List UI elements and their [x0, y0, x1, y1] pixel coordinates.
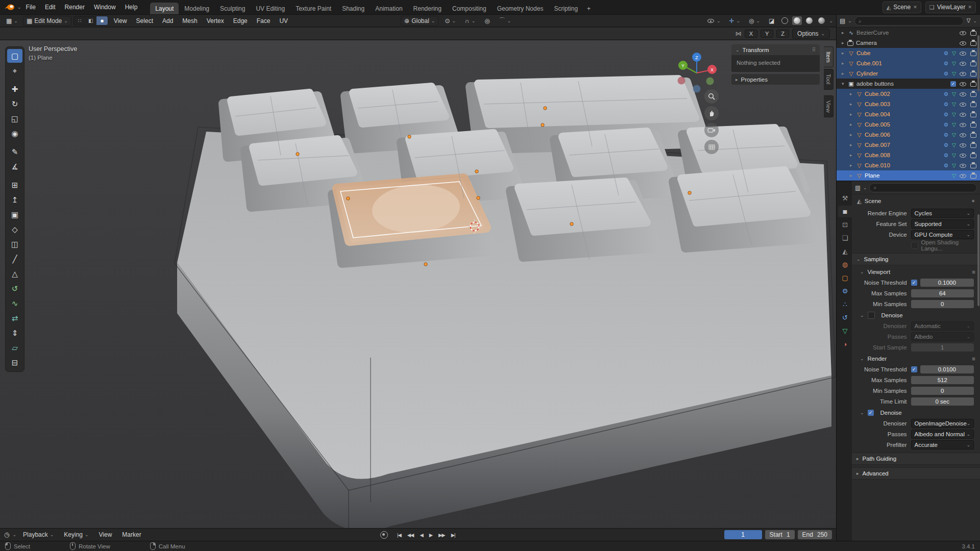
menu-mesh[interactable]: Mesh	[179, 16, 201, 26]
properties-editor-icon[interactable]: ▥	[855, 184, 861, 191]
tool-poly-build[interactable]: △	[7, 267, 22, 281]
transform-orientation-dropdown[interactable]: ⊕ Global ⌄	[401, 16, 438, 26]
workspace-tab-geometry-nodes[interactable]: Geometry Nodes	[492, 3, 549, 14]
outliner-search-input[interactable]: ⌕	[854, 16, 964, 26]
add-workspace-button[interactable]: +	[583, 3, 594, 14]
edge-select-mode-button[interactable]: ◧	[85, 16, 96, 25]
chevron-down-icon[interactable]: ⌄	[12, 532, 16, 537]
visibility-eye-icon[interactable]	[960, 91, 967, 97]
visibility-eye-icon[interactable]	[960, 111, 967, 117]
mirror-z-button[interactable]: Z	[776, 30, 789, 38]
shading-wireframe-button[interactable]	[780, 16, 790, 25]
tool-rotate[interactable]: ↻	[7, 97, 22, 111]
render-denoise-checkbox[interactable]: ✓	[868, 410, 874, 416]
tool-rip-region[interactable]: ⊟	[7, 356, 22, 369]
pan-button[interactable]	[704, 106, 719, 120]
render-visibility-camera-icon[interactable]	[970, 111, 977, 117]
tool-smooth[interactable]: ∿	[7, 296, 22, 310]
workspace-tab-shading[interactable]: Shading	[337, 3, 370, 14]
mesh-data-icon[interactable]: ▽	[952, 152, 956, 158]
workspace-tab-layout[interactable]: Layout	[150, 3, 179, 14]
snap-toggle[interactable]: ∩ ⌄	[462, 16, 478, 26]
osl-checkbox[interactable]	[911, 242, 918, 249]
visibility-eye-icon[interactable]	[960, 172, 967, 179]
disclosure-triangle[interactable]: ▸	[850, 173, 855, 178]
options-dropdown[interactable]: Options ⌄	[792, 29, 830, 39]
tool-cursor[interactable]: ⌖	[7, 64, 22, 78]
disclosure-triangle[interactable]: ▸	[842, 30, 847, 35]
shading-options-chevron[interactable]: ⌄	[829, 18, 833, 23]
render-engine-dropdown[interactable]: Cycles⌄	[911, 209, 974, 218]
visibility-eye-icon[interactable]	[960, 40, 967, 46]
jump-to-end-button[interactable]: ▶|	[449, 531, 457, 539]
mesh-data-icon[interactable]: ▽	[952, 162, 956, 168]
visibility-eye-icon[interactable]	[960, 30, 967, 36]
tool-loop-cut[interactable]: ◫	[7, 237, 22, 251]
render-visibility-camera-icon[interactable]	[970, 70, 977, 77]
modifier-icon[interactable]: ⚙	[944, 91, 948, 97]
outliner-row-cylinder[interactable]: ▸ ▽ Cylinder ⚙▽	[837, 68, 980, 79]
mesh-data-icon[interactable]: ▽	[952, 70, 956, 77]
disclosure-triangle[interactable]: ▸	[842, 40, 847, 45]
tool-add-cube[interactable]: ⊞	[7, 178, 22, 192]
mesh-data-icon[interactable]: ▽	[952, 111, 956, 117]
tool-bevel[interactable]: ◇	[7, 222, 22, 236]
outliner-row-collection-adobe-buttons[interactable]: ▾ ▣ adobe buttons ✓	[837, 79, 980, 89]
modifier-icon[interactable]: ⚙	[944, 50, 948, 56]
start-sample-field[interactable]: 1	[911, 343, 974, 352]
view-menu[interactable]: View	[95, 530, 116, 539]
outliner-row-cube010[interactable]: ▸ ▽ Cube.010 ⚙▽	[837, 160, 980, 170]
visibility-eye-icon[interactable]	[960, 50, 967, 56]
orthographic-toggle-button[interactable]	[704, 140, 719, 154]
pivot-point-dropdown[interactable]: ⊙ ⌄	[442, 16, 459, 26]
render-visibility-camera-icon[interactable]	[970, 152, 977, 158]
current-frame-field[interactable]: 1	[724, 530, 762, 539]
modifier-icon[interactable]: ⚙	[944, 60, 948, 66]
play-reverse-button[interactable]: ◀	[418, 531, 425, 539]
workspace-tab-compositing[interactable]: Compositing	[447, 3, 492, 14]
tab-material-properties[interactable]: ◑	[838, 338, 852, 350]
outliner-row-beziercurve[interactable]: ▸ ∿ BezierCurve	[837, 28, 980, 38]
mode-dropdown[interactable]: ▦ Edit Mode ⌄	[23, 16, 71, 26]
viewport-noise-threshold-field[interactable]: 0.1000	[920, 279, 974, 287]
3d-viewport[interactable]: User Perspective (1) Plane ▢ ⌖ ✚ ↻ ◱ ◉ ✎…	[0, 40, 836, 528]
tab-item[interactable]: Item	[824, 46, 834, 67]
viewport-min-samples-field[interactable]: 0	[911, 300, 974, 308]
previous-keyframe-button[interactable]: ◀◀	[405, 531, 416, 539]
presets-icon[interactable]: ≡	[972, 356, 975, 362]
mesh-data-icon[interactable]: ▽	[952, 172, 956, 179]
visibility-eye-icon[interactable]	[960, 152, 967, 158]
disclosure-triangle[interactable]: ▸	[850, 91, 855, 96]
render-noise-threshold-field[interactable]: 0.0100	[920, 365, 974, 373]
shading-material-button[interactable]	[804, 16, 814, 25]
tool-inset-faces[interactable]: ▣	[7, 208, 22, 221]
render-visibility-camera-icon[interactable]	[970, 91, 977, 97]
path-guiding-section-header[interactable]: ▸ Path Guiding	[852, 453, 980, 465]
tool-scale[interactable]: ◱	[7, 112, 22, 126]
view-layer-selector[interactable]: ❏ ViewLayer ✕	[925, 2, 976, 13]
unlink-scene-icon[interactable]: ✕	[913, 5, 917, 10]
xray-toggle[interactable]: ◪	[766, 16, 777, 26]
visibility-eye-icon[interactable]	[960, 60, 967, 66]
tool-spin[interactable]: ↺	[7, 282, 22, 295]
modifier-icon[interactable]: ⚙	[944, 101, 948, 107]
viewport-subsection-header[interactable]: ⌄ Viewport ≡	[852, 267, 980, 277]
outliner-row-cube007[interactable]: ▸ ▽ Cube.007 ⚙▽	[837, 140, 980, 150]
outliner-row-plane[interactable]: ▸ ▽ Plane ▽	[837, 170, 980, 181]
menu-face[interactable]: Face	[253, 16, 274, 26]
mesh-data-icon[interactable]: ▽	[952, 60, 956, 66]
modifier-icon[interactable]: ⚙	[944, 111, 948, 117]
viewport-max-samples-field[interactable]: 64	[911, 289, 974, 297]
disclosure-triangle[interactable]: ▾	[842, 81, 847, 86]
tab-particle-properties[interactable]: ∴	[838, 298, 852, 310]
render-visibility-camera-icon[interactable]	[970, 142, 977, 148]
chevron-down-icon[interactable]: ⌄	[973, 18, 977, 23]
keying-menu[interactable]: Keying⌄	[60, 530, 92, 539]
mirror-x-button[interactable]: X	[745, 30, 757, 38]
next-keyframe-button[interactable]: ▶▶	[436, 531, 447, 539]
outliner-row-camera[interactable]: ▸ Camera	[837, 38, 980, 48]
modifier-icon[interactable]: ⚙	[944, 70, 948, 77]
presets-icon[interactable]: ≡	[972, 269, 975, 275]
disclosure-triangle[interactable]: ▸	[842, 71, 847, 76]
vertex-select-mode-button[interactable]: ∷	[74, 16, 85, 25]
